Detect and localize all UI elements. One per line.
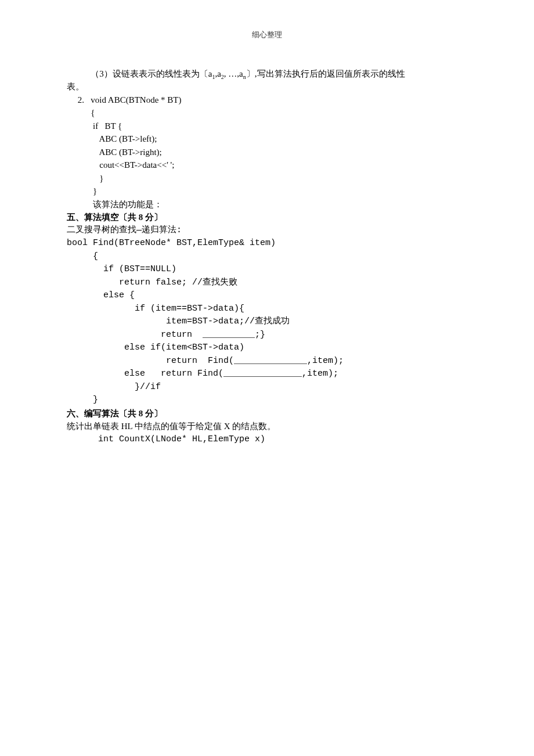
document-body: （3）设链表表示的线性表为〔a1,a2, …,an〕,写出算法执行后的返回值所表… (67, 67, 467, 447)
text: （3）设链表表示的线性表为〔a (67, 69, 212, 78)
text-line: { (67, 106, 467, 120)
section-heading-5: 五、算法填空〔共 8 分〕 (67, 211, 467, 224)
text-line: } (67, 185, 467, 198)
text-line: 统计出单链表 HL 中结点的值等于给定值 X 的结点数。 (67, 420, 467, 433)
text-line: cout<<BT->data<<' '; (67, 159, 467, 172)
text-line: 表。 (67, 80, 467, 93)
code-line: { (67, 250, 467, 264)
document-page: 细心整理 （3）设链表表示的线性表为〔a1,a2, …,an〕,写出算法执行后的… (0, 0, 534, 756)
text-line: } (67, 172, 467, 185)
text-line: 该算法的功能是： (67, 198, 467, 211)
text-line: 二叉搜寻树的查找—递归算法: (67, 224, 467, 237)
text-line: 2. void ABC(BTNode * BT) (67, 93, 467, 107)
code-line: else if(item<BST->data) (67, 341, 467, 355)
code-line: int CountX(LNode* HL,ElemType x) (67, 433, 467, 447)
text: , …,a (224, 69, 243, 78)
code-line: else return Find(_______________,item); (67, 368, 467, 381)
code-line: bool Find(BTreeNode* BST,ElemType& item) (67, 237, 467, 250)
text: 〕,写出算法执行后的返回值所表示的线性 (246, 69, 405, 78)
code-line: if (item==BST->data){ (67, 303, 467, 316)
code-line: else { (67, 289, 467, 303)
text-line: ABC (BT->right); (67, 146, 467, 159)
code-line: return __________;} (67, 329, 467, 342)
page-header: 细心整理 (67, 29, 467, 41)
text: ,a (215, 69, 221, 78)
section-heading-6: 六、编写算法〔共 8 分〕 (67, 407, 467, 420)
text-line: ABC (BT->left); (67, 132, 467, 146)
code-line: item=BST->data;//查找成功 (67, 315, 467, 329)
text-line: if BT { (67, 120, 467, 133)
code-line: return Find(______________,item); (67, 355, 467, 368)
code-line: } (67, 394, 467, 407)
code-line: if (BST==NULL) (67, 263, 467, 276)
code-line: }//if (67, 381, 467, 394)
text-line: （3）设链表表示的线性表为〔a1,a2, …,an〕,写出算法执行后的返回值所表… (67, 67, 467, 81)
code-line: return false; //查找失败 (67, 276, 467, 290)
